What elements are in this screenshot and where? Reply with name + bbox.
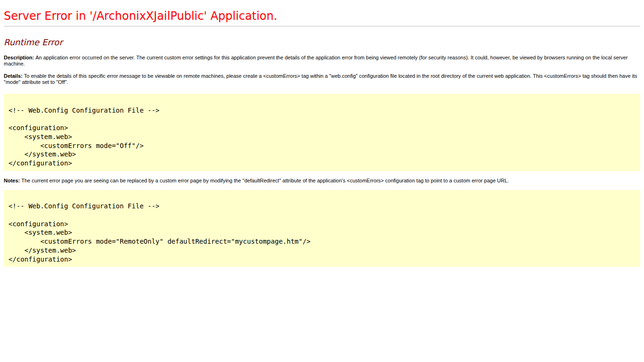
code-block-custom-errors-remoteonly: <!-- Web.Config Configuration File --> <… bbox=[4, 190, 640, 267]
web-config-remoteonly-code: <!-- Web.Config Configuration File --> <… bbox=[4, 190, 640, 267]
description-label: Description: bbox=[4, 55, 35, 60]
notes-text: The current error page you are seeing ca… bbox=[21, 178, 509, 183]
runtime-error-heading: Runtime Error bbox=[4, 37, 640, 47]
details-text: To enable the details of this specific e… bbox=[4, 73, 637, 85]
description-text: An application error occurred on the ser… bbox=[4, 55, 627, 66]
web-config-off-code: <!-- Web.Config Configuration File --> <… bbox=[4, 94, 640, 171]
notes-label: Notes: bbox=[4, 178, 21, 183]
page-title: Server Error in '/ArchonixXJailPublic' A… bbox=[4, 9, 640, 23]
details-label: Details: bbox=[4, 73, 24, 79]
details-paragraph: Details: To enable the details of this s… bbox=[4, 73, 640, 85]
code-block-custom-errors-off: <!-- Web.Config Configuration File --> <… bbox=[4, 94, 640, 171]
notes-paragraph: Notes: The current error page you are se… bbox=[4, 178, 640, 184]
description-paragraph: Description: An application error occurr… bbox=[4, 55, 640, 67]
error-page: Server Error in '/ArchonixXJailPublic' A… bbox=[4, 9, 640, 267]
title-divider bbox=[4, 26, 640, 26]
